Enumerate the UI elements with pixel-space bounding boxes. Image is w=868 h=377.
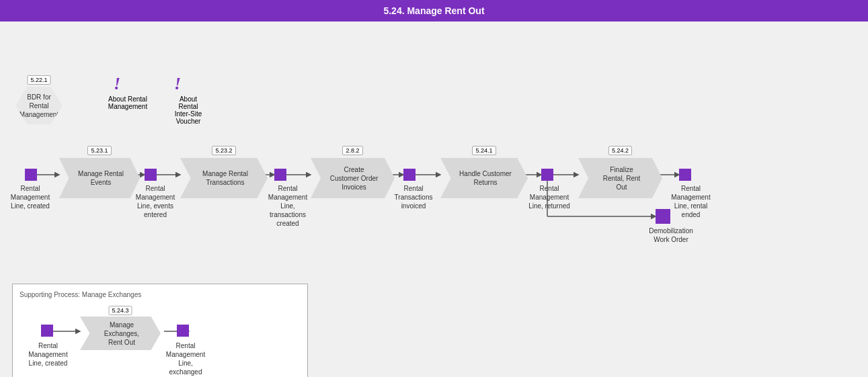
manage-events-shape: Manage RentalEvents — [59, 158, 140, 198]
support-sq1-label: RentalManagementLine, created — [26, 341, 70, 368]
sq-node-3 — [274, 169, 286, 181]
demobi-sq — [656, 209, 670, 224]
support-box: Supporting Process: Manage Exchanges Ren… — [12, 284, 308, 377]
trans-badge: 5.23.2 — [212, 146, 235, 155]
about-mgmt-icon: ! — [114, 74, 161, 94]
support-sq2 — [177, 325, 189, 337]
manage-trans-node: 5.23.2 Manage RentalTransactions — [180, 146, 268, 198]
create-invoices-shape: CreateCustomer OrderInvoices — [311, 158, 395, 198]
sq3-label: RentalManagement Line,transactionscreate… — [261, 184, 315, 228]
manage-exch-shape: ManageExchanges,Rent Out — [80, 317, 161, 350]
sq-node-6 — [679, 169, 691, 181]
handle-returns-shape: Handle CustomerReturns — [440, 158, 528, 198]
main-area: 5.22.1 BDR for RentalManagement ! About … — [0, 22, 868, 371]
manage-events-node: 5.23.1 Manage RentalEvents — [59, 146, 140, 198]
handle-returns-node: 5.24.1 Handle CustomerReturns — [440, 146, 528, 198]
sq5-label: RentalManagementLine, returned — [526, 184, 573, 210]
title-bar: 5.24. Manage Rent Out — [0, 0, 868, 22]
returns-badge: 5.24.1 — [472, 146, 496, 155]
bdr-badge: 5.22.1 — [27, 75, 50, 85]
title-text: 5.24. Manage Rent Out — [383, 5, 484, 16]
about-mgmt-label: About RentalManagement — [104, 95, 151, 110]
finalize-badge: 5.24.2 — [608, 146, 632, 155]
sq6-label: RentalManagementLine, rentalended — [666, 184, 716, 219]
sq-node-5 — [541, 169, 553, 181]
manage-trans-shape: Manage RentalTransactions — [180, 158, 268, 198]
about-voucher-node: ! AboutRentalInter-SiteVoucher — [165, 74, 212, 125]
events-badge: 5.23.1 — [87, 146, 111, 155]
support-title: Supporting Process: Manage Exchanges — [19, 291, 301, 298]
sq2-label: RentalManagementLine, eventsentered — [132, 184, 179, 219]
sq4-label: RentalTransactionsinvoiced — [390, 184, 437, 210]
about-voucher-icon: ! — [174, 74, 221, 94]
bdr-node: 5.22.1 BDR for RentalManagement — [12, 75, 66, 136]
support-sq1 — [41, 325, 53, 337]
sq1-label: RentalManagementLine, created — [7, 184, 54, 210]
invoices-badge: 2.8.2 — [342, 146, 362, 155]
about-voucher-label: AboutRentalInter-SiteVoucher — [165, 95, 212, 125]
demobi-label: DemobilizationWork Order — [644, 226, 698, 244]
bdr-label: BDR for RentalManagement — [18, 93, 60, 119]
sq-node-4 — [403, 169, 416, 181]
finalize-shape: FinalizeRental, RentOut — [578, 158, 662, 198]
exch-badge: 5.24.3 — [108, 306, 132, 315]
finalize-node: 5.24.2 FinalizeRental, RentOut — [578, 146, 662, 198]
diagram-container: 5.24. Manage Rent Out — [0, 0, 868, 377]
bdr-shape: BDR for RentalManagement — [15, 87, 63, 124]
about-mgmt-node: ! About RentalManagement — [104, 74, 151, 110]
sq-node-1 — [25, 169, 37, 181]
manage-exch-node: 5.24.3 ManageExchanges,Rent Out — [80, 317, 161, 350]
support-sq2-label: RentalManagementLine, exchanged — [162, 341, 209, 376]
sq-node-2 — [145, 169, 157, 181]
create-invoices-node: 2.8.2 CreateCustomer OrderInvoices — [311, 146, 395, 198]
